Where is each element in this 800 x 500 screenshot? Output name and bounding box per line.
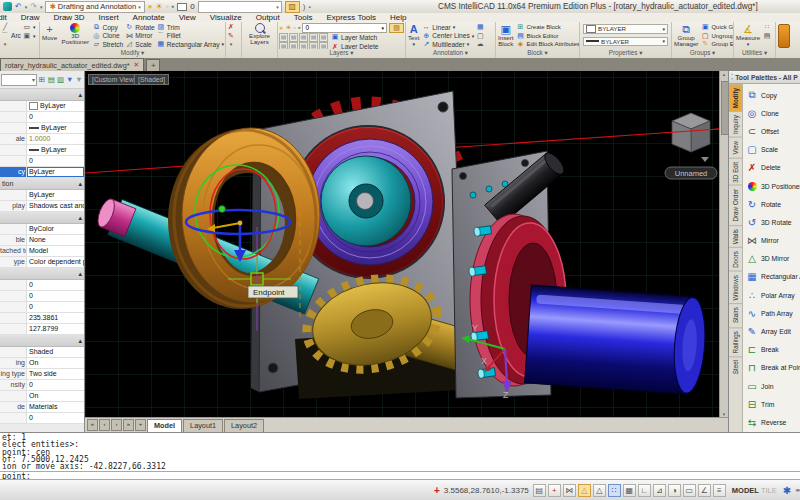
section-header[interactable]: ▴ <box>0 335 84 347</box>
cyan-hub[interactable] <box>321 156 411 246</box>
menu-draw3d[interactable]: Draw 3D <box>53 13 84 22</box>
property-row[interactable]: 235.3861 <box>0 313 84 324</box>
stretch-button[interactable]: ▱Stretch <box>92 40 123 49</box>
ortho-toggle[interactable]: ∟ <box>638 484 651 497</box>
section-header[interactable]: ▴ <box>0 89 84 101</box>
layer-color-swatch[interactable] <box>177 3 187 11</box>
viewport-view-control[interactable]: [Custom View] <box>88 74 140 85</box>
lock-icon[interactable]: ▪ <box>298 24 300 31</box>
panel-label-modify[interactable]: Modify ▾ <box>40 49 225 58</box>
clone-button[interactable]: ◎Clone <box>92 32 123 41</box>
palette-tab-draw-order[interactable]: Draw Order <box>729 185 742 225</box>
model-space-indicator[interactable]: MODEL <box>732 486 759 495</box>
explore-layers-button[interactable]: Explore Layers <box>243 23 276 46</box>
layer-combobox[interactable]: ▾ <box>198 1 282 13</box>
palette-offset[interactable]: ⊂Offset <box>746 122 800 140</box>
id-point-button[interactable]: ▤ <box>763 32 771 41</box>
rectangle-tool[interactable]: ▭▾ <box>23 23 36 32</box>
menu-annotate[interactable]: Annotate <box>133 13 165 22</box>
palette-polar-array[interactable]: ∴Polar Array <box>746 286 800 304</box>
palette-join[interactable]: ▭Join <box>746 377 800 395</box>
menu-view[interactable]: View <box>179 13 196 22</box>
toggle-pickadd-icon[interactable]: ▥ <box>56 75 64 85</box>
quick-group-button[interactable]: ▣Quick Group <box>701 23 733 32</box>
blue-cylinder[interactable] <box>525 285 708 395</box>
entity-type-combo[interactable]: ▾ <box>1 74 37 86</box>
property-row[interactable]: tached toModel <box>0 246 84 257</box>
esnap-toggle[interactable]: ◑ <box>668 484 681 497</box>
property-row[interactable]: On <box>0 391 84 402</box>
quick-calc-button[interactable]: ∷ <box>763 23 771 32</box>
linetype-control[interactable]: BYLAYER▾ <box>583 37 668 46</box>
palette-break[interactable]: ⊏Break <box>746 341 800 359</box>
table-button[interactable]: ▦ <box>476 23 484 32</box>
bulb-icon[interactable]: ● <box>279 24 283 31</box>
command-window[interactable]: et: 1 elect entities>: point: cen of: 7.… <box>0 432 800 479</box>
property-row[interactable]: 127.8799 <box>0 324 84 335</box>
palette-rectangular-array[interactable]: ▦Rectangular Array <box>746 268 800 286</box>
panel-label-layers[interactable]: Layers ▾ <box>278 49 405 58</box>
property-row[interactable]: 0 <box>0 112 84 123</box>
palette-rotate[interactable]: ↻Rotate <box>746 195 800 213</box>
rotate-button[interactable]: ↻Rotate <box>125 23 154 32</box>
palette-copy[interactable]: ⧉Copy <box>746 86 800 104</box>
property-row[interactable]: ByLayer <box>0 123 84 134</box>
palette-path-array[interactable]: ∿Path Array <box>746 304 800 322</box>
viewport-vscrollbar[interactable]: ▴ ▾ <box>719 71 728 417</box>
angle-toggle[interactable]: ∠ <box>698 484 711 497</box>
palette-delete[interactable]: ✗Delete <box>746 159 800 177</box>
center-lines-button[interactable]: ⊕Center Lines▾ <box>422 32 474 41</box>
palette-mirror[interactable]: ⋈Mirror <box>746 232 800 250</box>
palette-clone[interactable]: ◎Clone <box>746 104 800 122</box>
prev-tab-button[interactable]: ‹ <box>99 419 110 431</box>
palette-scale[interactable]: ▢Scale <box>746 141 800 159</box>
panel-label-groups[interactable]: Groups ▾ <box>672 49 733 58</box>
palette-tab-inquiry[interactable]: Inquiry <box>729 111 742 137</box>
property-row-selected[interactable]: cyByLayer <box>0 167 84 178</box>
palette-tab-stairs[interactable]: Stairs <box>729 303 742 326</box>
color-control[interactable]: BYLAYER▾ <box>583 24 668 34</box>
filter-text-icon[interactable]: ▼ <box>66 75 74 85</box>
quick-select-icon[interactable]: ⊞ <box>38 75 46 85</box>
property-row[interactable]: ale1.0000 <box>0 134 84 145</box>
layer-match-button[interactable]: ▣Layer Match <box>331 33 377 42</box>
revision-cloud-button[interactable]: ☁ <box>476 40 484 49</box>
snap-toggle[interactable]: ∷ <box>608 484 621 497</box>
first-tab-button[interactable]: « <box>87 419 98 431</box>
menu-help[interactable]: Help <box>390 13 406 22</box>
block-editor-button[interactable]: ▤Block Editor <box>516 32 579 41</box>
multileader-button[interactable]: ↗Multileader▾ <box>422 40 474 49</box>
palette-tab-windows[interactable]: Windows <box>729 271 742 304</box>
property-row[interactable]: 0 <box>0 291 84 302</box>
next-tab-button[interactable]: › <box>111 419 122 431</box>
menu-tools[interactable]: Tools <box>294 13 313 22</box>
layer-tool-icon[interactable]: ▤ <box>299 33 308 42</box>
snap-marker-toggle[interactable]: + <box>548 484 561 497</box>
property-row[interactable]: 0 <box>0 413 84 424</box>
workspace-combo[interactable]: ✱ Drafting and Annotation ▾ <box>45 1 144 13</box>
section-header[interactable]: ▴ <box>0 212 84 224</box>
frame-button[interactable]: ▢ <box>476 32 484 41</box>
layer-tool-icon[interactable]: ▤ <box>309 42 318 49</box>
palette-tab-steel[interactable]: Steel <box>729 356 742 377</box>
rectangular-array-button[interactable]: ▦Rectangular Array▾ <box>157 40 224 49</box>
grid-toggle[interactable]: ▦ <box>623 484 636 497</box>
create-block-button[interactable]: ⊞Create Block <box>516 23 579 32</box>
menu-visualize[interactable]: Visualize <box>210 13 242 22</box>
lineweight-toggle[interactable]: ▭ <box>683 484 696 497</box>
property-row[interactable]: nsity0 <box>0 380 84 391</box>
palette-reverse[interactable]: ⇆Reverse <box>746 413 800 431</box>
layer-tool-icon[interactable]: ▤ <box>289 42 298 49</box>
layer-plot-icon[interactable]: ▪ <box>172 2 175 11</box>
menu-output[interactable]: Output <box>256 13 280 22</box>
select-entities-icon[interactable]: ▤ <box>47 75 55 85</box>
collaboration-icon[interactable]: ●● <box>795 487 798 493</box>
property-row[interactable]: ingOn <box>0 358 84 369</box>
freeze-icon[interactable]: ▫ <box>294 24 296 31</box>
layer-tool-icon[interactable]: ▤ <box>319 42 328 49</box>
palette-break-at-point[interactable]: ⊓Break at Point <box>746 359 800 377</box>
panel-label-utilities[interactable]: Utilities ▾ <box>734 49 775 58</box>
group-manager-button[interactable]: ⧉ Group Manager <box>673 23 699 48</box>
settings-gear-icon[interactable]: ✱ <box>783 485 791 496</box>
menu-express-tools[interactable]: Express Tools <box>326 13 376 22</box>
